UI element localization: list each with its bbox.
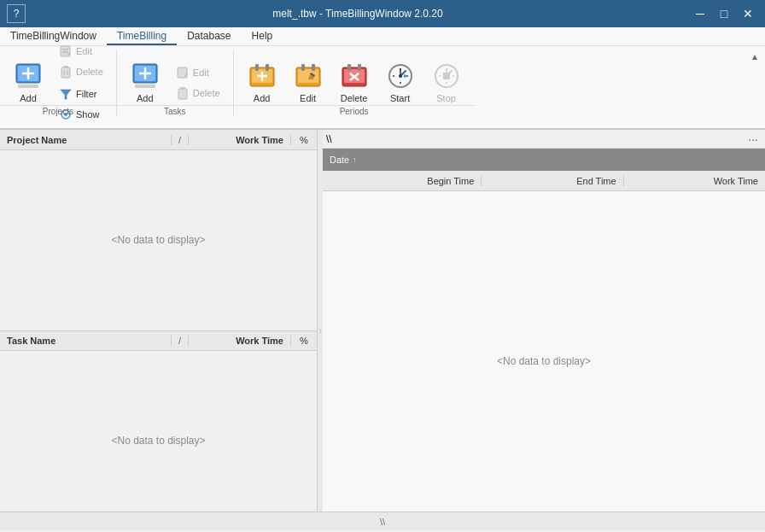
main-content: Project Name / Work Time % <No data to d… <box>0 130 765 530</box>
svg-rect-4 <box>18 85 38 88</box>
svg-rect-38 <box>358 64 361 71</box>
periods-edit-icon <box>295 62 322 90</box>
svg-rect-27 <box>255 64 259 71</box>
begin-time-col: Begin Time <box>340 176 482 186</box>
projects-add-button[interactable]: Add <box>7 53 50 113</box>
tasks-add-button[interactable]: Add <box>124 53 166 113</box>
projects-delete-button[interactable]: Delete <box>53 62 109 81</box>
periods-add-icon <box>248 62 276 90</box>
projects-small-buttons: Edit Delete <box>53 53 109 113</box>
right-panel-header-text: \\ <box>326 133 332 145</box>
tasks-work-time-col: Work Time <box>189 336 291 346</box>
projects-edit-button[interactable]: Edit <box>53 42 109 61</box>
tasks-slash-col: / <box>172 336 189 346</box>
tasks-delete-icon <box>176 86 190 100</box>
svg-point-41 <box>400 82 401 84</box>
projects-group-label: Projects <box>0 105 116 116</box>
maximize-button[interactable]: □ <box>714 4 734 23</box>
projects-filter-button[interactable]: Filter <box>53 85 109 103</box>
date-header: Date ↑ <box>323 149 765 171</box>
svg-rect-31 <box>301 64 305 71</box>
tasks-delete-button[interactable]: Delete <box>170 84 226 102</box>
svg-rect-30 <box>298 69 318 83</box>
svg-rect-32 <box>312 64 315 71</box>
svg-point-50 <box>446 82 447 84</box>
project-name-col-header: Project Name <box>0 135 172 145</box>
svg-point-46 <box>399 74 402 78</box>
tasks-edit-icon <box>176 66 190 79</box>
title-bar: ? melt_.tbw - TimeBillingWindow 2.0.20 ─… <box>0 0 765 27</box>
right-panel-header: \\ ··· <box>323 130 765 149</box>
stop-icon <box>433 62 460 90</box>
projects-table-header: Project Name / Work Time % <box>0 130 317 150</box>
add-project-icon <box>15 62 42 90</box>
sort-icon: ↑ <box>353 156 356 164</box>
periods-edit-button[interactable]: Edit <box>287 53 330 113</box>
svg-point-52 <box>453 75 454 77</box>
svg-rect-21 <box>178 89 187 99</box>
svg-rect-19 <box>135 85 155 88</box>
periods-no-data: <No data to display> <box>323 191 765 530</box>
menu-item-timebilling[interactable]: TimeBilling <box>107 27 177 45</box>
start-icon <box>387 62 414 90</box>
right-panel: \\ ··· Date ↑ Begin Time End Time Work T… <box>323 130 765 530</box>
tasks-pct-col: % <box>291 336 317 346</box>
end-time-col: End Time <box>482 176 623 186</box>
more-options-button[interactable]: ··· <box>745 132 762 146</box>
tasks-edit-button[interactable]: Edit <box>170 63 226 82</box>
periods-stop-button[interactable]: Stop <box>425 53 468 113</box>
projects-work-time-col: Work Time <box>189 135 291 145</box>
svg-point-42 <box>393 75 394 77</box>
close-button[interactable]: ✕ <box>738 4 758 23</box>
task-name-col-header: Task Name <box>0 336 172 346</box>
ribbon-group-projects: Add Edit <box>0 50 117 116</box>
tasks-no-data: <No data to display> <box>0 351 317 531</box>
projects-no-data: <No data to display> <box>0 150 317 330</box>
ribbon-collapse-button[interactable]: ▲ <box>748 50 762 63</box>
help-button-area[interactable]: ? <box>7 4 26 23</box>
filter-icon <box>59 87 73 101</box>
help-button[interactable]: ? <box>7 4 26 23</box>
left-panel: Project Name / Work Time % <No data to d… <box>0 130 318 530</box>
projects-pct-col: % <box>291 135 317 145</box>
period-table-header: Begin Time End Time Work Time <box>323 171 765 191</box>
svg-rect-37 <box>347 64 351 71</box>
svg-point-51 <box>439 75 441 77</box>
svg-rect-8 <box>61 67 70 78</box>
menu-bar: TimeBillingWindow TimeBilling Database H… <box>0 27 765 46</box>
projects-slash-col: / <box>172 135 189 145</box>
projects-filter-show: Edit Delete <box>53 42 109 81</box>
menu-item-help[interactable]: Help <box>242 27 283 45</box>
minimize-button[interactable]: ─ <box>690 4 710 23</box>
period-work-time-col: Work Time <box>624 176 765 186</box>
date-col-header: Date ↑ <box>330 155 356 165</box>
tasks-table-header: Task Name / Work Time % <box>0 330 317 351</box>
svg-rect-56 <box>443 73 450 79</box>
window-title: melt_.tbw - TimeBillingWindow 2.0.20 <box>26 8 690 20</box>
svg-marker-47 <box>404 74 409 78</box>
add-task-icon <box>131 62 159 90</box>
ribbon: Add Edit <box>0 46 765 130</box>
tasks-small-buttons: Edit Delete <box>170 53 226 113</box>
edit-icon <box>59 44 73 58</box>
periods-group-label: Periods <box>234 105 475 116</box>
periods-delete-icon <box>341 62 368 90</box>
delete-icon <box>59 65 73 79</box>
ribbon-group-periods: Add Edit <box>234 50 475 116</box>
periods-add-button[interactable]: Add <box>241 53 283 113</box>
ribbon-group-tasks: Add Edit Dele <box>117 50 234 116</box>
menu-item-database[interactable]: Database <box>177 27 241 45</box>
svg-rect-28 <box>266 64 269 71</box>
periods-delete-button[interactable]: Delete <box>333 53 376 113</box>
svg-marker-12 <box>61 90 71 99</box>
status-bar: \\ <box>0 512 765 530</box>
tasks-group-label: Tasks <box>117 105 233 116</box>
window-controls: ─ □ ✕ <box>690 4 758 23</box>
periods-start-button[interactable]: Start <box>379 53 422 113</box>
